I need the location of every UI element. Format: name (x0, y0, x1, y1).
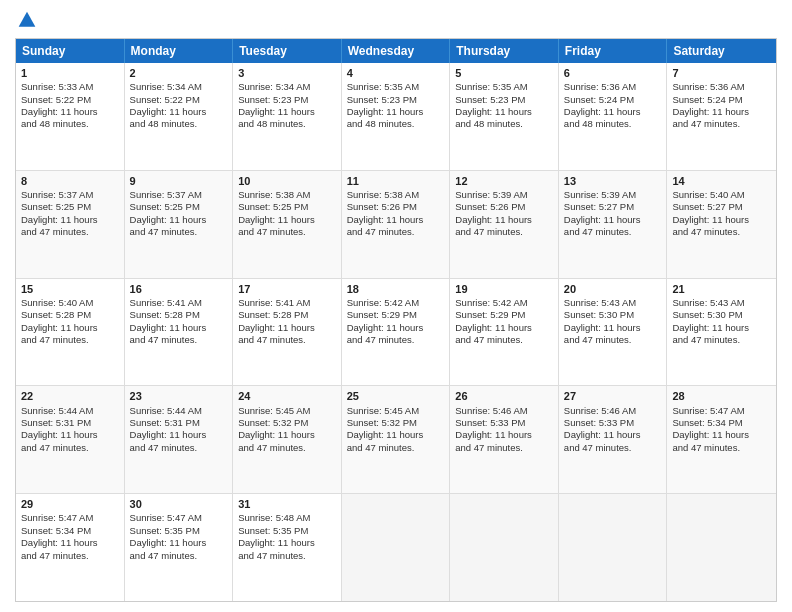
day-info: Sunrise: 5:44 AM (21, 405, 93, 416)
day-number: 5 (455, 66, 553, 80)
day-info: and 47 minutes. (21, 550, 89, 561)
day-info: and 47 minutes. (672, 334, 740, 345)
calendar-cell-1: 1Sunrise: 5:33 AMSunset: 5:22 PMDaylight… (16, 63, 125, 170)
day-info: Sunset: 5:31 PM (130, 417, 200, 428)
day-number: 17 (238, 282, 336, 296)
day-number: 28 (672, 389, 771, 403)
calendar-row-3: 22Sunrise: 5:44 AMSunset: 5:31 PMDayligh… (16, 385, 776, 493)
day-info: Sunrise: 5:42 AM (455, 297, 527, 308)
day-info: Sunset: 5:27 PM (672, 201, 742, 212)
day-info: Daylight: 11 hours (347, 322, 424, 333)
day-info: and 47 minutes. (130, 334, 198, 345)
svg-marker-0 (19, 12, 36, 27)
day-info: Sunrise: 5:37 AM (130, 189, 202, 200)
day-info: Sunrise: 5:39 AM (564, 189, 636, 200)
day-info: Sunrise: 5:43 AM (564, 297, 636, 308)
calendar: SundayMondayTuesdayWednesdayThursdayFrid… (15, 38, 777, 602)
logo (15, 10, 37, 30)
day-info: and 47 minutes. (347, 334, 415, 345)
day-info: Sunset: 5:26 PM (455, 201, 525, 212)
day-info: and 47 minutes. (455, 226, 523, 237)
calendar-cell-19: 19Sunrise: 5:42 AMSunset: 5:29 PMDayligh… (450, 279, 559, 386)
day-info: Sunset: 5:24 PM (672, 94, 742, 105)
day-info: and 47 minutes. (21, 226, 89, 237)
day-number: 3 (238, 66, 336, 80)
logo-icon (17, 10, 37, 30)
day-info: Daylight: 11 hours (347, 429, 424, 440)
day-info: Sunset: 5:33 PM (455, 417, 525, 428)
day-info: Daylight: 11 hours (130, 106, 207, 117)
day-info: Daylight: 11 hours (238, 429, 315, 440)
day-info: Sunrise: 5:40 AM (672, 189, 744, 200)
calendar-row-2: 15Sunrise: 5:40 AMSunset: 5:28 PMDayligh… (16, 278, 776, 386)
calendar-cell-6: 6Sunrise: 5:36 AMSunset: 5:24 PMDaylight… (559, 63, 668, 170)
day-info: Sunrise: 5:38 AM (347, 189, 419, 200)
day-info: Daylight: 11 hours (564, 322, 641, 333)
calendar-cell-18: 18Sunrise: 5:42 AMSunset: 5:29 PMDayligh… (342, 279, 451, 386)
day-info: Sunrise: 5:42 AM (347, 297, 419, 308)
day-number: 26 (455, 389, 553, 403)
day-number: 24 (238, 389, 336, 403)
calendar-cell-12: 12Sunrise: 5:39 AMSunset: 5:26 PMDayligh… (450, 171, 559, 278)
calendar-cell-22: 22Sunrise: 5:44 AMSunset: 5:31 PMDayligh… (16, 386, 125, 493)
day-number: 13 (564, 174, 662, 188)
day-info: Daylight: 11 hours (21, 429, 98, 440)
day-info: Sunset: 5:28 PM (130, 309, 200, 320)
day-info: Sunset: 5:23 PM (347, 94, 417, 105)
calendar-cell-30: 30Sunrise: 5:47 AMSunset: 5:35 PMDayligh… (125, 494, 234, 601)
day-info: Sunset: 5:34 PM (21, 525, 91, 536)
day-info: Sunrise: 5:34 AM (238, 81, 310, 92)
day-info: Daylight: 11 hours (347, 106, 424, 117)
day-info: Sunrise: 5:34 AM (130, 81, 202, 92)
day-info: Daylight: 11 hours (21, 106, 98, 117)
calendar-cell-24: 24Sunrise: 5:45 AMSunset: 5:32 PMDayligh… (233, 386, 342, 493)
day-info: Sunrise: 5:36 AM (564, 81, 636, 92)
day-info: and 48 minutes. (347, 118, 415, 129)
day-info: Sunrise: 5:41 AM (238, 297, 310, 308)
day-info: Daylight: 11 hours (672, 106, 749, 117)
day-info: Sunrise: 5:37 AM (21, 189, 93, 200)
day-info: Sunrise: 5:46 AM (564, 405, 636, 416)
day-info: Sunrise: 5:36 AM (672, 81, 744, 92)
day-info: Sunrise: 5:45 AM (347, 405, 419, 416)
day-info: Sunset: 5:28 PM (238, 309, 308, 320)
day-info: and 47 minutes. (564, 442, 632, 453)
calendar-cell-16: 16Sunrise: 5:41 AMSunset: 5:28 PMDayligh… (125, 279, 234, 386)
day-number: 21 (672, 282, 771, 296)
day-info: Daylight: 11 hours (21, 214, 98, 225)
day-info: Sunset: 5:29 PM (455, 309, 525, 320)
day-info: Daylight: 11 hours (130, 322, 207, 333)
day-number: 22 (21, 389, 119, 403)
calendar-cell-8: 8Sunrise: 5:37 AMSunset: 5:25 PMDaylight… (16, 171, 125, 278)
day-info: Sunrise: 5:33 AM (21, 81, 93, 92)
day-info: Sunset: 5:25 PM (130, 201, 200, 212)
day-number: 16 (130, 282, 228, 296)
day-info: Sunrise: 5:43 AM (672, 297, 744, 308)
day-info: and 48 minutes. (238, 118, 306, 129)
day-info: Sunset: 5:22 PM (130, 94, 200, 105)
day-info: Sunset: 5:23 PM (238, 94, 308, 105)
weekday-header-friday: Friday (559, 39, 668, 63)
day-info: Sunrise: 5:39 AM (455, 189, 527, 200)
day-info: Daylight: 11 hours (238, 214, 315, 225)
day-info: and 47 minutes. (130, 550, 198, 561)
weekday-header-wednesday: Wednesday (342, 39, 451, 63)
day-info: Daylight: 11 hours (347, 214, 424, 225)
calendar-row-0: 1Sunrise: 5:33 AMSunset: 5:22 PMDaylight… (16, 63, 776, 170)
day-info: and 47 minutes. (672, 118, 740, 129)
day-info: Sunset: 5:26 PM (347, 201, 417, 212)
calendar-cell-21: 21Sunrise: 5:43 AMSunset: 5:30 PMDayligh… (667, 279, 776, 386)
day-number: 1 (21, 66, 119, 80)
day-info: Daylight: 11 hours (672, 429, 749, 440)
calendar-cell-31: 31Sunrise: 5:48 AMSunset: 5:35 PMDayligh… (233, 494, 342, 601)
calendar-cell-2: 2Sunrise: 5:34 AMSunset: 5:22 PMDaylight… (125, 63, 234, 170)
day-info: Sunrise: 5:47 AM (672, 405, 744, 416)
calendar-cell-13: 13Sunrise: 5:39 AMSunset: 5:27 PMDayligh… (559, 171, 668, 278)
day-info: Sunset: 5:28 PM (21, 309, 91, 320)
calendar-cell-28: 28Sunrise: 5:47 AMSunset: 5:34 PMDayligh… (667, 386, 776, 493)
day-info: and 47 minutes. (130, 442, 198, 453)
calendar-cell-9: 9Sunrise: 5:37 AMSunset: 5:25 PMDaylight… (125, 171, 234, 278)
day-info: Sunset: 5:31 PM (21, 417, 91, 428)
calendar-cell-empty (559, 494, 668, 601)
calendar-cell-10: 10Sunrise: 5:38 AMSunset: 5:25 PMDayligh… (233, 171, 342, 278)
